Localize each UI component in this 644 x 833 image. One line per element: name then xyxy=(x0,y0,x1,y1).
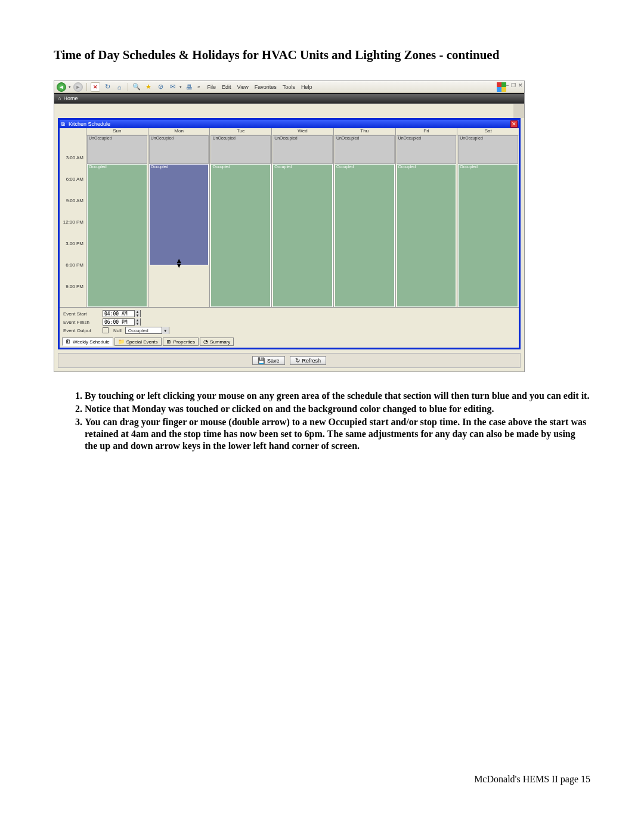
favorites-icon[interactable] xyxy=(144,82,153,92)
day-body[interactable]: UnOccupiedOccupied▲▼ xyxy=(148,135,210,307)
tab-special-events[interactable]: 📁 Special Events xyxy=(114,337,162,346)
unoccupied-block[interactable]: UnOccupied xyxy=(210,135,271,164)
save-button[interactable]: 💾 Save xyxy=(252,356,285,365)
tab-properties[interactable]: 🗎 Properties xyxy=(163,337,199,346)
tab-label: Properties xyxy=(174,339,195,345)
print-icon[interactable] xyxy=(184,82,194,92)
event-start-input[interactable] xyxy=(103,311,134,317)
app-nav-bar: Home xyxy=(54,93,524,104)
event-start-spinner[interactable]: ▲▼ xyxy=(103,310,141,317)
unoccupied-block[interactable]: UnOccupied xyxy=(335,135,395,164)
event-finish-input[interactable] xyxy=(103,320,134,325)
day-body[interactable]: UnOccupiedOccupied xyxy=(210,135,271,307)
schedule-window-title: Kitchen Schedule xyxy=(61,121,110,127)
time-label: 6:00 AM xyxy=(66,176,83,182)
day-header: Sat xyxy=(457,128,519,135)
instruction-item: Notice that Monday was touched or clicke… xyxy=(85,403,590,415)
save-icon: 💾 xyxy=(258,357,265,364)
day-header: Mon xyxy=(148,128,210,135)
day-header: Thu xyxy=(334,128,395,135)
schedule-window-titlebar[interactable]: Kitchen Schedule ✕ xyxy=(60,120,519,128)
tab-summary[interactable]: ◔ Summary xyxy=(200,337,234,346)
time-label: 12:00 PM xyxy=(63,219,83,225)
occupied-block[interactable]: Occupied xyxy=(458,164,518,307)
event-edit-panel: Event Start ▲▼ Event Finish ▲▼ Event Out… xyxy=(60,307,519,337)
day-body[interactable]: UnOccupiedOccupied xyxy=(396,135,457,307)
day-column: SunUnOccupiedOccupied xyxy=(86,128,148,307)
toolbar-overflow-icon[interactable]: » xyxy=(196,84,201,89)
menu-tools[interactable]: Tools xyxy=(283,84,295,90)
time-axis: 3:00 AM 6:00 AM 9:00 AM 12:00 PM 3:00 PM… xyxy=(60,128,86,307)
occupied-block[interactable]: Occupied xyxy=(397,164,457,307)
forward-icon[interactable]: ► xyxy=(73,82,83,92)
schedule-grid: 3:00 AM 6:00 AM 9:00 AM 12:00 PM 3:00 PM… xyxy=(60,128,519,307)
refresh-icon[interactable] xyxy=(103,82,112,92)
unoccupied-block[interactable]: UnOccupied xyxy=(458,135,518,164)
event-output-combo[interactable]: Occupied ▼ xyxy=(125,327,169,334)
stop-icon[interactable]: ✕ xyxy=(91,82,100,92)
tab-label: Weekly Schedule xyxy=(73,339,110,345)
minimize-icon[interactable]: – xyxy=(506,82,509,88)
day-body[interactable]: UnOccupiedOccupied xyxy=(334,135,395,307)
spinner-down-icon[interactable]: ▼ xyxy=(134,322,140,326)
day-column: SatUnOccupiedOccupied xyxy=(457,128,519,307)
home-icon[interactable] xyxy=(114,82,124,92)
history-icon[interactable] xyxy=(156,82,165,92)
occupied-block[interactable]: Occupied xyxy=(335,164,395,307)
menu-edit[interactable]: Edit xyxy=(222,84,231,90)
tab-label: Special Events xyxy=(126,339,158,345)
page-footer: McDonald's HEMS II page 15 xyxy=(54,774,590,785)
close-window-icon[interactable]: ✕ xyxy=(518,82,523,88)
occupied-block-selected[interactable]: Occupied xyxy=(149,164,209,265)
browser-toolbar: ◄ ▾ ► ✕ ▾ » File Edit View Favorites Too… xyxy=(54,81,524,93)
unoccupied-block[interactable]: UnOccupied xyxy=(149,135,209,164)
instruction-item: By touching or left clicking your mouse … xyxy=(85,390,590,402)
spinner-down-icon[interactable]: ▼ xyxy=(134,314,140,317)
refresh-button[interactable]: ↻ Refresh xyxy=(290,356,327,365)
nav-home[interactable]: Home xyxy=(58,95,78,101)
null-checkbox[interactable] xyxy=(103,327,109,333)
time-label: 3:00 AM xyxy=(66,155,83,160)
button-label: Refresh xyxy=(302,358,321,364)
tab-weekly-schedule[interactable]: 🗓 Weekly Schedule xyxy=(62,337,113,346)
occupied-block[interactable]: Occupied xyxy=(210,164,271,307)
menu-favorites[interactable]: Favorites xyxy=(255,84,277,90)
day-header: Wed xyxy=(272,128,333,135)
mail-icon[interactable] xyxy=(168,82,177,92)
day-body[interactable]: UnOccupiedOccupied xyxy=(86,135,148,307)
day-body[interactable]: UnOccupiedOccupied xyxy=(272,135,333,307)
menu-view[interactable]: View xyxy=(237,84,248,90)
unoccupied-block[interactable]: UnOccupied xyxy=(87,135,147,164)
resize-handle-icon[interactable]: ▲▼ xyxy=(175,258,182,268)
event-finish-label: Event Finish xyxy=(63,320,99,325)
browser-menubar: File Edit View Favorites Tools Help xyxy=(207,84,312,90)
chevron-down-icon[interactable]: ▼ xyxy=(162,327,169,334)
close-icon[interactable]: ✕ xyxy=(510,120,518,128)
occupied-block[interactable]: Occupied xyxy=(273,164,333,307)
back-icon[interactable]: ◄ xyxy=(57,82,66,92)
unoccupied-block[interactable]: UnOccupied xyxy=(273,135,333,164)
button-label: Save xyxy=(267,358,280,364)
unoccupied-block[interactable]: UnOccupied xyxy=(397,135,457,164)
event-start-label: Event Start xyxy=(63,311,99,317)
instruction-list: By touching or left clicking your mouse … xyxy=(72,390,590,452)
day-column: MonUnOccupiedOccupied▲▼ xyxy=(148,128,210,307)
schedule-window: Kitchen Schedule ✕ 3:00 AM 6:00 AM 9:00 … xyxy=(58,118,521,349)
occupied-block[interactable]: Occupied xyxy=(87,164,147,307)
event-finish-spinner[interactable]: ▲▼ xyxy=(103,318,141,326)
tab-label: Summary xyxy=(210,339,230,345)
day-body[interactable]: UnOccupiedOccupied xyxy=(457,135,519,307)
calendar-icon: 🗓 xyxy=(66,339,71,345)
time-label: 6:00 PM xyxy=(66,262,83,268)
day-header: Fri xyxy=(396,128,457,135)
time-label: 3:00 PM xyxy=(66,241,83,246)
event-output-value: Occupied xyxy=(126,328,162,333)
embedded-screenshot: ◄ ▾ ► ✕ ▾ » File Edit View Favorites Too… xyxy=(54,80,525,372)
restore-icon[interactable]: ❐ xyxy=(511,82,516,88)
menu-file[interactable]: File xyxy=(207,84,216,90)
action-bar: 💾 Save ↻ Refresh xyxy=(58,353,521,368)
menu-help[interactable]: Help xyxy=(301,84,312,90)
schedule-tabs: 🗓 Weekly Schedule 📁 Special Events 🗎 Pro… xyxy=(60,337,519,348)
search-icon[interactable] xyxy=(132,82,141,92)
instruction-item: You can drag your finger or mouse (doubl… xyxy=(85,416,590,452)
